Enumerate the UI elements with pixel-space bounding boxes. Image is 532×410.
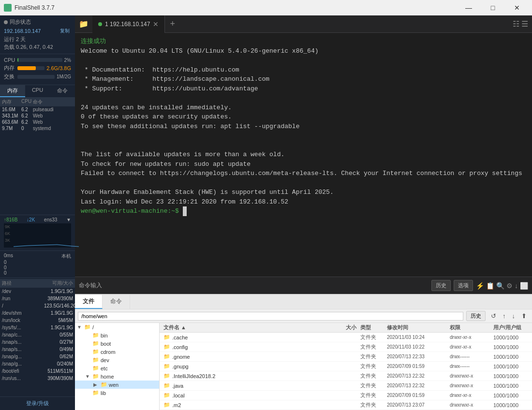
swap-label: 交换 xyxy=(4,73,15,80)
minimize-button[interactable]: — xyxy=(458,0,480,15)
term-line: * Support: https://ubuntu.com/advantage xyxy=(81,84,526,94)
tab-commands[interactable]: 命令 xyxy=(103,295,130,309)
refresh-button[interactable]: ↺ xyxy=(488,311,499,321)
term-line: The list of available updates is more th… xyxy=(81,150,526,160)
tab-close-button[interactable]: ✕ xyxy=(153,20,159,28)
term-line: * Management: https://landscape.canonica… xyxy=(81,74,526,84)
login-upgrade-button[interactable]: 登录/升级 xyxy=(26,400,49,407)
disk-item[interactable]: /snap/s...0/49M xyxy=(0,346,75,353)
tab-cpu[interactable]: CPU xyxy=(25,85,50,97)
gear-icon[interactable]: ⚙ xyxy=(506,282,513,290)
cmd-input-field[interactable] xyxy=(105,282,429,289)
tree-item-wen[interactable]: ▶ 📁 wen xyxy=(75,381,159,389)
file-row[interactable]: 📁.java 文件夹 2020/07/13 22:32 drwxrwxr-x 1… xyxy=(160,381,532,391)
proc-header-cpu: CPU xyxy=(21,99,33,105)
file-row[interactable]: 📁.gnome 文件夹 2020/07/13 22:33 drwx------ … xyxy=(160,352,532,362)
tree-toggle[interactable]: ▼ xyxy=(85,374,91,379)
tree-toggle xyxy=(85,390,91,395)
tree-toggle[interactable]: ▶ xyxy=(93,382,99,387)
copy-ip-button[interactable]: 复制 xyxy=(59,27,71,35)
disk-item[interactable]: /sys/fs/...1.9G/1.9G xyxy=(0,324,75,331)
tab-cmd[interactable]: 命令 xyxy=(50,85,75,97)
process-item[interactable]: 663.6M 6.2 Web xyxy=(0,119,75,125)
lightning-icon[interactable]: ⚡ xyxy=(476,282,484,290)
upload-folder-button[interactable]: ⬆ xyxy=(519,311,529,321)
col-user[interactable]: 用户/用户组 xyxy=(491,324,530,331)
net-dropdown-icon[interactable]: ▼ xyxy=(66,217,71,222)
bottom-panel: 文件 命令 历史 ↺ ↑ ↓ ⬆ ▼ xyxy=(75,294,532,410)
folder-icon: 📁 xyxy=(92,365,99,371)
tab-files[interactable]: 文件 xyxy=(75,295,103,309)
disk-item[interactable]: /dev1.9G/1.9G xyxy=(0,288,75,295)
tab-status-dot xyxy=(98,22,102,26)
ping-label: 0ms xyxy=(4,253,13,260)
terminal-container[interactable]: 连接成功 Welcome to Ubuntu 20.04 LTS (GNU/Li… xyxy=(75,33,532,277)
status-dot xyxy=(4,20,8,24)
folder-icon: 📁 xyxy=(163,373,170,379)
grid-icon[interactable]: ☷ xyxy=(513,19,519,29)
folder-icon: 📁 xyxy=(163,392,170,398)
disk-item[interactable]: /123.5G/146.2G xyxy=(0,302,75,309)
disk-item[interactable]: /run/lock5M/5M xyxy=(0,317,75,324)
col-date[interactable]: 修改时间 xyxy=(385,324,448,331)
window-icon[interactable]: ⬜ xyxy=(520,282,528,290)
tree-item-etc[interactable]: 📁 etc xyxy=(75,364,159,372)
tree-item-cdrom[interactable]: 📁 cdrom xyxy=(75,348,159,356)
file-row[interactable]: 📁.config 文件夹 2020/11/03 10:22 drwxr-xr-x… xyxy=(160,342,532,352)
folder-icon: 📁 xyxy=(163,334,170,340)
disk-item[interactable]: /snap/c...0/55M xyxy=(0,331,75,338)
file-row[interactable]: 📁.m2 文件夹 2020/07/13 23:07 drwxrwxr-x 100… xyxy=(160,400,532,410)
search-icon[interactable]: 🔍 xyxy=(496,282,504,290)
maximize-button[interactable]: □ xyxy=(482,0,504,15)
proc-name: systemd xyxy=(33,126,73,131)
col-perm[interactable]: 权限 xyxy=(448,324,491,331)
folder-icon: 📁 xyxy=(163,344,170,350)
tree-toggle[interactable]: ▼ xyxy=(77,324,83,330)
download-icon[interactable]: ↓ xyxy=(515,282,518,290)
term-line xyxy=(81,178,526,188)
disk-item[interactable]: /snap/g...0/62M xyxy=(0,353,75,360)
session-tab[interactable]: 1 192.168.10.147 ✕ xyxy=(92,15,165,33)
history-btn[interactable]: 历史 xyxy=(466,311,486,321)
tree-item-dev[interactable]: 📁 dev xyxy=(75,356,159,364)
add-tab-button[interactable]: + xyxy=(165,19,180,29)
tree-item-lib[interactable]: 📁 lib xyxy=(75,389,159,397)
menu-icon[interactable]: ☰ xyxy=(521,19,528,29)
sync-label: 同步状态 xyxy=(10,18,31,26)
disk-item[interactable]: /boot/efi511M/511M xyxy=(0,367,75,375)
mem-value: 2.6G/3.8G xyxy=(46,65,71,71)
tree-item-root[interactable]: ▼ 📁 / xyxy=(75,323,159,331)
col-type[interactable]: 类型 xyxy=(358,324,385,331)
folder-icon[interactable]: 📁 xyxy=(75,19,92,29)
folder-icon-root: 📁 xyxy=(84,324,91,330)
process-item[interactable]: 9.7M 0 systemd xyxy=(0,125,75,132)
process-item[interactable]: 16.6M 6.2 pulseaudi xyxy=(0,106,75,113)
history-button[interactable]: 历史 xyxy=(431,280,451,291)
path-input[interactable] xyxy=(78,312,463,321)
col-size[interactable]: 大小 xyxy=(325,324,358,331)
file-row[interactable]: 📁.IntelliJIdea2018.2 文件夹 2020/07/13 22:3… xyxy=(160,371,532,381)
proc-cpu: 0 xyxy=(21,126,33,131)
file-row[interactable]: 📁.gnupg 文件夹 2020/07/09 01:59 drwx------ … xyxy=(160,362,532,371)
close-button[interactable]: ✕ xyxy=(506,0,528,15)
tree-item-bin[interactable]: 📁 bin xyxy=(75,331,159,339)
options-button[interactable]: 选项 xyxy=(454,280,473,291)
upload-button[interactable]: ↑ xyxy=(500,311,508,321)
tree-item-home[interactable]: ▼ 📁 home xyxy=(75,372,159,381)
disk-item[interactable]: /dev/shm1.9G/1.9G xyxy=(0,309,75,317)
tab-mem[interactable]: 内存 xyxy=(0,85,25,97)
disk-item[interactable]: /snap/s...0/27M xyxy=(0,338,75,346)
disk-item[interactable]: /run/us...390M/390M xyxy=(0,375,75,382)
file-row[interactable]: 📁.cache 文件夹 2020/11/03 10:24 drwxr-xr-x … xyxy=(160,333,532,342)
disk-col-path: 路径 xyxy=(2,280,44,287)
clipboard-icon[interactable]: 📋 xyxy=(486,282,494,290)
disk-header: 路径 可用/大小 xyxy=(0,279,75,288)
disk-item[interactable]: /snap/g...0/240M xyxy=(0,360,75,367)
download-button[interactable]: ↓ xyxy=(510,311,518,321)
process-item[interactable]: 343.1M 6.2 Web xyxy=(0,113,75,119)
file-row[interactable]: 📁.local 文件夹 2020/07/09 01:59 drwxr-xr-x … xyxy=(160,391,532,400)
disk-item[interactable]: /run389M/390M xyxy=(0,295,75,302)
tree-item-boot[interactable]: 📁 boot xyxy=(75,339,159,348)
disk-section: 路径 可用/大小 /dev1.9G/1.9G /run389M/390M /12… xyxy=(0,278,75,397)
col-name[interactable]: 文件名 ▲ xyxy=(162,324,325,331)
